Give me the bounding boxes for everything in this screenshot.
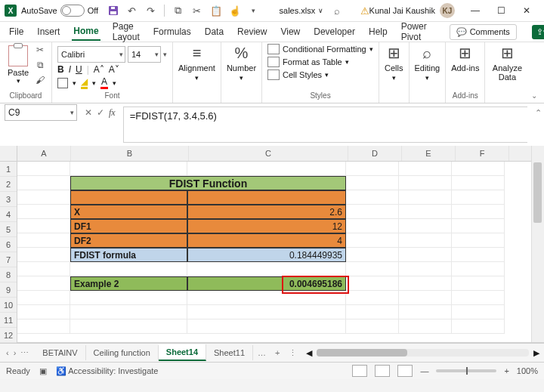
autosave-toggle[interactable]: AutoSave Off: [21, 5, 98, 17]
cell[interactable]: [17, 219, 70, 233]
sheet-tab[interactable]: Ceiling function: [86, 345, 159, 360]
cell[interactable]: [17, 276, 70, 291]
col-header[interactable]: D: [348, 146, 402, 161]
cell[interactable]: [452, 233, 505, 248]
cell[interactable]: [399, 262, 452, 276]
row-header[interactable]: 2: [0, 177, 17, 192]
cell-example2-value[interactable]: 0.004695186: [187, 276, 346, 291]
cut-icon[interactable]: ✂: [191, 5, 202, 17]
redo-icon[interactable]: ↷: [145, 5, 156, 17]
zoom-level[interactable]: 100%: [517, 366, 538, 375]
cell[interactable]: [346, 248, 399, 262]
col-header[interactable]: C: [189, 146, 348, 161]
undo-icon[interactable]: ↶: [126, 5, 138, 17]
cell[interactable]: [452, 205, 505, 219]
paste-button[interactable]: Paste ▾: [5, 44, 31, 85]
cell-styles-button[interactable]: Cell Styles▾: [267, 69, 373, 80]
cell-df1-value[interactable]: 12: [187, 219, 346, 233]
paste-qat-icon[interactable]: 📋: [210, 5, 221, 17]
formula-bar[interactable]: =FDIST(17, 3.4,5.6): [123, 106, 527, 143]
sheet-options-icon[interactable]: ⋮: [284, 348, 301, 358]
cell[interactable]: [70, 291, 187, 305]
font-color-button[interactable]: A: [100, 76, 108, 89]
number-button[interactable]: % Number ▾: [227, 44, 256, 82]
formula-bar-expand-icon[interactable]: ⌃: [532, 103, 544, 118]
cell[interactable]: [346, 276, 399, 291]
row-header[interactable]: 1: [0, 162, 17, 177]
cell[interactable]: [346, 319, 399, 334]
cell[interactable]: [187, 262, 346, 276]
share-button[interactable]: ⇪▾: [532, 25, 544, 39]
chevron-down-icon[interactable]: ▾: [92, 79, 96, 87]
cell[interactable]: [187, 162, 346, 176]
row-header[interactable]: 7: [0, 252, 17, 267]
tab-formulas[interactable]: Formulas: [152, 23, 193, 40]
tab-power-pivot[interactable]: Power Pivot: [400, 18, 428, 45]
cell-x-value[interactable]: 2.6: [187, 205, 346, 219]
page-layout-view-button[interactable]: [375, 365, 390, 377]
cells-button[interactable]: ⊞Cells▾: [385, 44, 403, 82]
cell[interactable]: [452, 176, 505, 190]
tab-developer[interactable]: Developer: [312, 23, 357, 40]
horizontal-scrollbar[interactable]: ◀ ▶: [301, 348, 544, 358]
filename-dropdown[interactable]: sales.xlsx∨: [280, 6, 324, 15]
cell[interactable]: [346, 233, 399, 248]
cell[interactable]: [187, 291, 346, 305]
select-all-corner[interactable]: [0, 146, 17, 162]
col-header[interactable]: A: [17, 146, 71, 161]
sheet-nav-more-icon[interactable]: ⋯: [20, 348, 29, 358]
sheet-nav-next-icon[interactable]: ›: [14, 348, 17, 358]
cell[interactable]: [452, 291, 505, 305]
bold-button[interactable]: B: [57, 64, 64, 75]
col-header[interactable]: F: [456, 146, 509, 161]
cell[interactable]: [452, 162, 505, 176]
tab-page-layout[interactable]: Page Layout: [111, 18, 141, 45]
col-header[interactable]: E: [402, 146, 456, 161]
cell[interactable]: [17, 190, 70, 205]
zoom-out-button[interactable]: —: [420, 366, 428, 375]
minimize-button[interactable]: —: [462, 1, 488, 20]
scroll-thumb[interactable]: [317, 349, 407, 357]
cell[interactable]: [346, 205, 399, 219]
cell[interactable]: [17, 205, 70, 219]
row-header[interactable]: 6: [0, 237, 17, 252]
macro-record-icon[interactable]: ▣: [39, 366, 47, 376]
warning-icon[interactable]: ⚠: [360, 5, 369, 17]
toggle-icon[interactable]: [60, 5, 85, 17]
addins-button[interactable]: ⊞Add-ins: [451, 44, 479, 73]
new-sheet-button[interactable]: +: [270, 348, 284, 357]
cell[interactable]: [17, 319, 70, 334]
sheet-tab[interactable]: Sheet14: [159, 344, 206, 361]
save-icon[interactable]: [107, 5, 119, 17]
conditional-formatting-button[interactable]: Conditional Formatting▾: [267, 44, 373, 54]
cell[interactable]: [70, 305, 187, 319]
cell[interactable]: [399, 176, 452, 190]
cell-df2-value[interactable]: 4: [187, 233, 346, 248]
cell-formula-value[interactable]: 0.184449935: [187, 248, 346, 262]
row-header[interactable]: 3: [0, 192, 17, 207]
cell[interactable]: [399, 305, 452, 319]
font-family-select[interactable]: Calibri: [57, 46, 125, 63]
cut-icon[interactable]: ✂: [34, 44, 46, 56]
cell[interactable]: [399, 319, 452, 334]
sheet-more-icon[interactable]: …: [253, 348, 270, 357]
row-header[interactable]: 10: [0, 298, 17, 313]
tab-data[interactable]: Data: [203, 23, 225, 40]
cell[interactable]: [187, 305, 346, 319]
tab-review[interactable]: Review: [236, 23, 268, 40]
row-header[interactable]: 12: [0, 328, 17, 343]
zoom-slider[interactable]: [436, 369, 496, 372]
cell[interactable]: [17, 162, 70, 176]
page-break-view-button[interactable]: [397, 365, 413, 377]
cell[interactable]: [17, 262, 70, 276]
analyze-data-button[interactable]: ⊞Analyze Data: [490, 44, 524, 82]
cell-df2-label[interactable]: DF2: [70, 233, 187, 248]
copy-icon[interactable]: ⧉: [34, 59, 46, 71]
scroll-left-icon[interactable]: ◀: [306, 348, 312, 358]
font-size-select[interactable]: 14: [128, 46, 161, 63]
cell[interactable]: [346, 190, 399, 205]
cell[interactable]: [17, 233, 70, 248]
spreadsheet-grid[interactable]: 1 2 3 4 5 6 7 8 9 10 11 12 A B C D E F F…: [0, 146, 544, 343]
cell[interactable]: [452, 248, 505, 262]
zoom-in-button[interactable]: +: [504, 366, 508, 375]
